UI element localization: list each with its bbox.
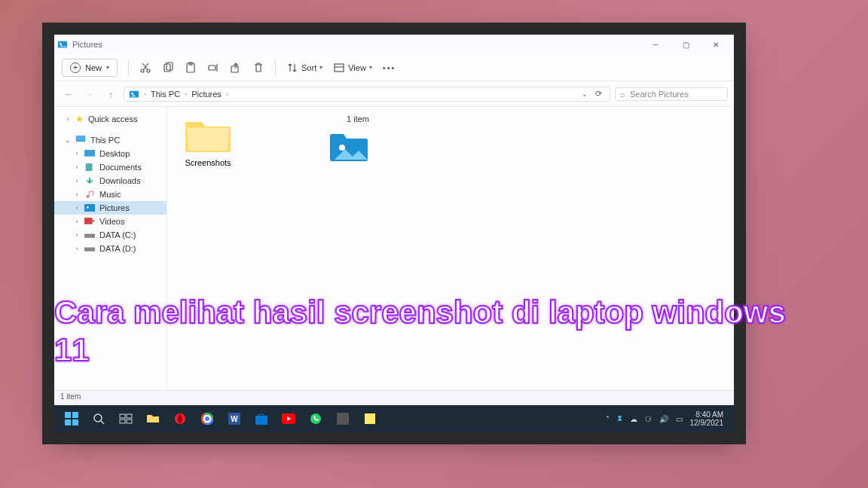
sidebar-item-music[interactable]: ›Music [54,188,167,201]
folder-icon [184,117,232,154]
title-bar: Pictures ─ ▢ ✕ [54,35,734,54]
new-label: New [85,63,102,72]
sidebar-item-label: Downloads [99,176,140,185]
item-count: 1 item [256,114,369,124]
sidebar-item-label: Desktop [99,149,130,158]
svg-rect-18 [84,204,95,212]
up-button[interactable]: ↑ [102,86,119,102]
svg-rect-20 [84,218,93,224]
file-explorer-window: Pictures ─ ▢ ✕ + New ▾ Sort ▾ [54,35,734,405]
svg-rect-9 [231,66,238,72]
clock-time: 8:40 AM [690,410,724,419]
cut-icon[interactable] [139,62,151,74]
svg-point-19 [87,206,89,209]
word-button[interactable]: W [222,407,247,430]
videos-icon [84,218,95,226]
svg-point-28 [94,414,102,422]
search-placeholder: Search Pictures [630,90,689,99]
volume-icon[interactable]: 🔊 [659,415,668,423]
forward-button[interactable]: → [81,86,98,102]
sort-button[interactable]: Sort ▾ [286,62,322,74]
system-tray[interactable]: ˄ ⧗ ☁ ⚆ 🔊 ▭ 8:40 AM 12/9/2021 [606,410,730,427]
battery-icon[interactable]: ▭ [676,415,683,423]
breadcrumb-this-pc[interactable]: This PC [151,90,180,99]
sidebar-item-label: Music [99,190,121,199]
address-bar[interactable]: › This PC › Pictures › ⌄ ⟳ [124,87,610,102]
share-icon[interactable] [230,62,242,74]
taskbar-clock[interactable]: 8:40 AM 12/9/2021 [690,410,724,427]
svg-rect-22 [84,247,95,251]
sidebar-item-quick-access[interactable]: ›★ Quick access [54,111,167,127]
sidebar-item-label: DATA (C:) [99,230,136,239]
folder-label: Screenshots [178,158,238,167]
more-button[interactable]: ••• [383,63,396,72]
store-button[interactable] [249,407,274,430]
view-icon [333,62,345,74]
sidebar-item-label: This PC [90,136,120,145]
sidebar-item-downloads[interactable]: ›Downloads [54,174,167,188]
sort-label: Sort [301,63,316,72]
close-button[interactable]: ✕ [701,35,731,54]
svg-rect-10 [335,64,344,72]
svg-rect-25 [72,412,78,418]
sidebar-item-desktop[interactable]: ›Desktop [54,147,167,160]
minimize-button[interactable]: ─ [640,35,671,54]
sidebar-item-data-c[interactable]: ›DATA (C:) [54,228,167,242]
whatsapp-button[interactable] [303,407,329,430]
plus-icon: + [70,63,81,73]
view-button[interactable]: View ▾ [333,62,372,74]
svg-point-3 [147,69,150,72]
new-button[interactable]: + New ▾ [62,59,118,77]
svg-rect-31 [120,419,125,423]
back-button[interactable]: ← [60,86,77,102]
opera-button[interactable] [167,407,193,430]
svg-text:W: W [231,415,238,423]
sidebar-item-label: Videos [99,217,124,226]
music-icon [84,191,95,199]
svg-rect-26 [65,419,71,425]
sidebar-item-data-d[interactable]: ›DATA (D:) [54,242,167,255]
search-input[interactable]: ⌕ Search Pictures [615,87,728,101]
bluetooth-icon[interactable]: ⧗ [617,414,622,423]
rename-icon[interactable] [207,62,219,74]
delete-icon[interactable] [252,62,264,74]
breadcrumb-pictures[interactable]: Pictures [191,90,222,99]
youtube-button[interactable] [276,407,301,430]
svg-rect-30 [127,414,132,418]
svg-rect-14 [77,136,85,141]
svg-point-12 [131,92,133,94]
clock-date: 12/9/2021 [690,419,724,427]
sidebar-item-this-pc[interactable]: ⌄ This PC [54,133,167,147]
app-button[interactable] [330,407,356,430]
refresh-icon[interactable]: ⟳ [595,89,602,99]
notes-button[interactable] [357,407,383,430]
copy-icon[interactable] [162,62,174,74]
sidebar-item-label: Documents [99,163,142,172]
task-view-button[interactable] [113,407,139,430]
ribbon-toolbar: + New ▾ Sort ▾ View ▾ ••• [54,54,734,81]
sidebar: ›★ Quick access ⌄ This PC ›Desktop ›Docu… [54,107,167,390]
start-button[interactable] [59,407,84,430]
details-pane: 1 item [249,107,377,390]
sidebar-item-label: Pictures [99,203,130,212]
sidebar-item-documents[interactable]: ›Documents [54,160,167,174]
chrome-button[interactable] [194,407,220,430]
chevron-up-icon[interactable]: ˄ [606,415,610,423]
star-icon: ★ [75,114,84,124]
paste-icon[interactable] [185,62,197,74]
wifi-icon[interactable]: ⚆ [645,415,652,423]
downloads-icon [84,177,95,185]
search-icon: ⌕ [620,90,625,99]
explorer-button[interactable] [140,407,166,430]
search-button[interactable] [86,407,112,430]
cloud-icon[interactable]: ☁ [630,415,637,423]
svg-rect-29 [120,414,125,418]
maximize-button[interactable]: ▢ [671,35,701,54]
svg-point-39 [205,416,209,421]
status-item-count: 1 item [60,392,81,401]
chevron-down-icon[interactable]: ⌄ [582,90,588,98]
sidebar-item-pictures[interactable]: ›Pictures [54,201,167,215]
sidebar-item-videos[interactable]: ›Videos [54,215,167,228]
sidebar-item-label: DATA (D:) [99,244,136,253]
folder-screenshots[interactable]: Screenshots [178,117,238,167]
